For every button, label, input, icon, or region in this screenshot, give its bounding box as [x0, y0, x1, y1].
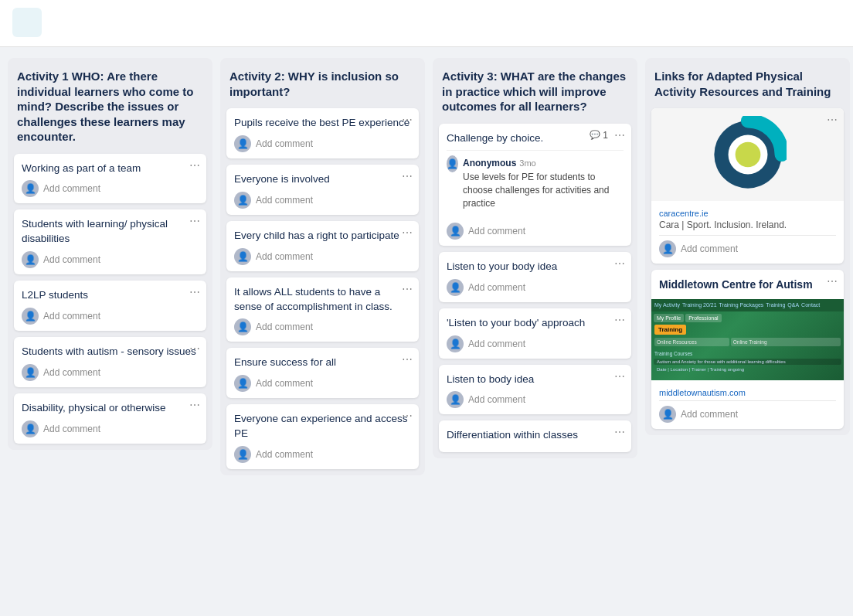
card-menu-icon[interactable]: ⋯	[189, 216, 200, 226]
card-actions: 👤Add comment	[22, 251, 199, 268]
add-comment-button[interactable]: Add comment	[468, 282, 525, 293]
avatar: 👤	[22, 364, 39, 381]
card-title: Every child has a right to participate	[234, 229, 411, 243]
comment-bubble-icon: 💬	[590, 130, 600, 140]
column-col4: Links for Adapted Physical Activity Reso…	[645, 58, 850, 435]
link-card-title: Middletown Centre for Autism	[659, 277, 836, 293]
card-title: Everyone is involved	[234, 172, 411, 187]
card-actions: 👤Add comment	[22, 420, 199, 437]
add-comment-button[interactable]: Add comment	[256, 449, 313, 460]
card-menu-icon[interactable]: ⋯	[402, 284, 413, 294]
card-c16: ⋯Differentiation within classes	[439, 420, 631, 452]
card-menu-icon[interactable]: ⋯	[827, 276, 838, 287]
commenter-avatar: 👤	[447, 155, 458, 172]
link-card-desc: Cara | Sport. Inclusion. Ireland.	[659, 220, 836, 230]
column-col2: Activity 2: WHY is inclusion so importan…	[220, 58, 425, 475]
avatar: 👤	[234, 375, 251, 392]
card-menu-icon[interactable]: ⋯	[189, 160, 200, 171]
add-comment-button[interactable]: Add comment	[256, 195, 313, 206]
add-comment-button[interactable]: Add comment	[256, 138, 313, 149]
card-menu-icon[interactable]: ⋯	[827, 114, 838, 125]
card-menu-icon[interactable]: ⋯	[402, 354, 413, 365]
avatar: 👤	[447, 223, 464, 240]
add-comment-button[interactable]: Add comment	[43, 367, 100, 378]
link-card-lc1: caracentre.ieCara | Sport. Inclusion. Ir…	[651, 108, 844, 264]
add-comment-button[interactable]: Add comment	[43, 254, 100, 265]
link-card-lc2: Middletown Centre for Autism My Activity…	[651, 270, 844, 429]
card-actions: 👤Add comment	[447, 391, 624, 408]
cara-logo-image	[651, 108, 844, 201]
card-c14: ⋯'Listen to your body' approach👤Add comm…	[439, 308, 631, 359]
card-menu-icon[interactable]: ⋯	[402, 114, 413, 125]
card-actions: 👤Add comment	[22, 308, 199, 325]
column-header-col2: Activity 2: WHY is inclusion so importan…	[226, 64, 419, 102]
avatar: 👤	[447, 335, 464, 352]
add-comment-button[interactable]: Add comment	[468, 339, 525, 349]
add-comment-button[interactable]: Add comment	[468, 394, 525, 405]
card-c2: ⋯Students with learning/ physical disabi…	[14, 209, 206, 274]
link-card-url[interactable]: caracentre.ie	[659, 209, 836, 218]
card-menu-icon[interactable]: ⋯	[614, 371, 625, 382]
board: Activity 1 WHO: Are there individual lea…	[0, 47, 853, 614]
card-title: Ensure success for all	[234, 356, 411, 370]
card-title: Listen to body idea	[447, 373, 624, 387]
avatar: 👤	[447, 279, 464, 296]
add-comment-button[interactable]: Add comment	[43, 424, 100, 434]
add-comment-button[interactable]: Add comment	[43, 311, 100, 322]
card-c12: ⋯💬1Challenge by choice.👤Anonymous3moUse …	[439, 124, 631, 246]
comment-count: 1	[603, 130, 608, 141]
card-menu-icon[interactable]: ⋯	[189, 343, 200, 354]
link-card-url-2[interactable]: middletownautism.com	[659, 388, 836, 397]
add-comment-button[interactable]: Add comment	[681, 409, 738, 420]
card-menu-icon[interactable]: ⋯	[402, 171, 413, 182]
card-menu-icon[interactable]: ⋯	[402, 410, 413, 421]
card-c8: ⋯Every child has a right to participate👤…	[226, 221, 419, 271]
card-c1: ⋯Working as part of a team👤Add comment	[14, 154, 206, 204]
avatar: 👤	[22, 180, 39, 197]
card-c5: ⋯Disability, physical or otherwise👤Add c…	[14, 393, 206, 444]
card-menu-icon[interactable]: ⋯	[189, 400, 200, 410]
avatar: 👤	[22, 251, 39, 268]
add-comment-button[interactable]: Add comment	[468, 226, 525, 237]
card-title: Students with learning/ physical disabil…	[22, 217, 199, 247]
add-comment-button[interactable]: Add comment	[681, 243, 738, 254]
column-col1: Activity 1 WHO: Are there individual lea…	[8, 58, 212, 450]
card-menu-icon[interactable]: ⋯	[189, 287, 200, 298]
card-title: Pupils receive the best PE experience	[234, 116, 411, 131]
card-title: Disability, physical or otherwise	[22, 401, 199, 416]
card-title: 'Listen to your body' approach	[447, 316, 624, 331]
card-c7: ⋯Everyone is involved👤Add comment	[226, 165, 419, 215]
card-actions: 👤Add comment	[234, 135, 411, 152]
avatar: 👤	[659, 406, 676, 423]
commenter-time: 3mo	[519, 158, 535, 168]
card-actions-2: 👤Add comment	[659, 406, 836, 423]
card-menu-icon[interactable]: ⋯	[614, 258, 625, 269]
card-actions: 👤Add comment	[234, 446, 411, 463]
card-c11: ⋯Everyone can experience and access PE👤A…	[226, 404, 419, 469]
card-actions: 👤Add comment	[447, 335, 624, 352]
card-c10: ⋯Ensure success for all👤Add comment	[226, 348, 419, 398]
card-menu-icon[interactable]: ⋯	[614, 130, 625, 141]
add-comment-button[interactable]: Add comment	[256, 378, 313, 389]
card-menu-icon[interactable]: ⋯	[614, 315, 625, 325]
avatar: 👤	[234, 318, 251, 335]
middletown-screenshot: My Activity Training 20/21 Training Pack…	[651, 299, 844, 380]
card-actions: 👤Add comment	[234, 192, 411, 209]
avatar: 👤	[659, 240, 676, 257]
card-title: It allows ALL students to have a sense o…	[234, 285, 411, 315]
card-menu-icon[interactable]: ⋯	[402, 227, 413, 238]
add-comment-button[interactable]: Add comment	[43, 183, 100, 194]
comment-text: Use levels for PE for students to choose…	[463, 171, 624, 209]
card-actions: 👤Add comment	[22, 364, 199, 381]
card-title: Differentiation within classes	[447, 428, 624, 443]
add-comment-button[interactable]: Add comment	[256, 322, 313, 332]
column-col3: Activity 3: WHAT are the changes in prac…	[433, 58, 637, 458]
card-menu-icon[interactable]: ⋯	[614, 427, 625, 437]
comment-count-badge: 💬1	[590, 130, 608, 141]
commenter-name: Anonymous	[463, 158, 516, 168]
logo-area	[12, 8, 42, 39]
avatar: 👤	[22, 308, 39, 325]
card-actions: 👤Add comment	[234, 318, 411, 335]
add-comment-button[interactable]: Add comment	[256, 251, 313, 262]
avatar: 👤	[22, 420, 39, 437]
